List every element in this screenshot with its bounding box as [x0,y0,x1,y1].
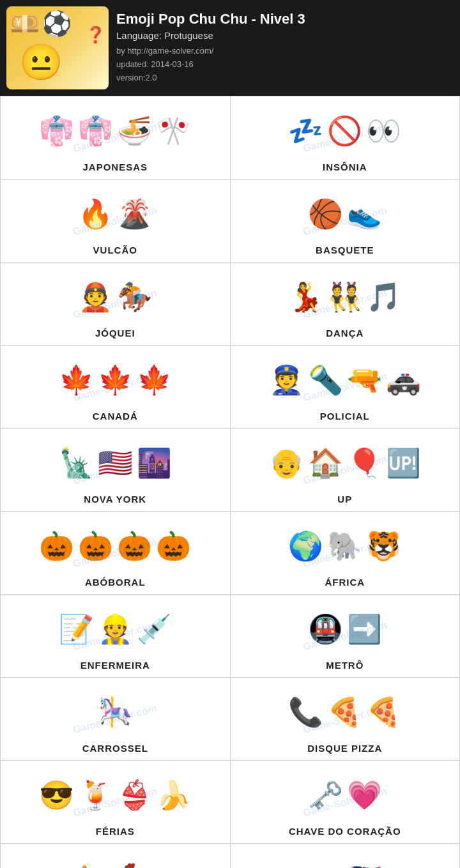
emoji-icon: 🗝️ [308,781,343,809]
cell-label-ferias: FÉRIAS [96,826,135,837]
cell-label-vulcao: VULCÃO [93,245,137,255]
emoji-icon: 🐓 [117,864,152,868]
cell-emojis-chave-do-coracao: 🗝️💗 [236,770,455,821]
emoji-icon: 🎠 [98,698,133,726]
cell-label-metro: METRÔ [326,660,364,671]
emoji-icon: 👀 [366,117,401,145]
cell-label-canada: CANADÁ [93,411,138,422]
cell-emojis-ferias: 😎🍹👙🍌 [6,770,225,821]
cell-label-danca: DANÇA [326,328,364,339]
puzzle-cell-ferias: 😎🍹👙🍌FÉRIAS [1,761,231,844]
emoji-icon: 🏀 [308,200,343,228]
header-info: Emoji Pop Chu Chu - Nivel 3 Language: Pr… [116,11,305,84]
emoji-icon: 👙 [117,781,152,809]
emoji-icon: 👘 [39,117,74,145]
app-title: Emoji Pop Chu Chu - Nivel 3 [116,11,305,27]
puzzle-cell-carrossel: 🎠CARROSSEL [1,678,231,761]
app-updated: updated: 2014-03-16 [116,59,194,69]
cell-emojis-policial: 👮🔦🔫🚓 [236,354,455,406]
cell-label-aboboral: ABÓBORAL [85,577,146,588]
emoji-icon: 🔫 [347,366,382,394]
app-version: version:2.0 [116,73,157,82]
cell-emojis-africa: 🌍🐘🐯 [236,521,455,572]
emoji-icon: 🚓 [386,366,421,394]
emoji-icon: 💤 [288,117,323,145]
puzzle-cell-leite-de-galinha: 🍾🐓LEITE DE GALINHA [1,844,231,868]
emoji-icon: 🌋 [117,200,152,228]
emoji-icon: 🍾 [78,864,113,868]
emoji-icon: 🚇 [308,615,343,643]
puzzle-cell-aboboral: 🎃🎃🎃🎃ABÓBORAL [1,512,231,595]
puzzle-cell-vulcao: 🔥🌋VULCÃO [1,179,231,263]
emoji-icon: 💉 [137,615,172,643]
emoji-icon: 🇬🇧 [347,864,382,868]
emoji-icon: 🍁 [137,366,172,394]
emoji-icon: 🚫 [327,117,362,145]
puzzle-cell-basquete: 🏀👟BASQUETE [231,179,461,263]
puzzle-cell-joquei: 👲🏇JÓQUEI [1,263,231,346]
puzzle-cell-nova-york: 🗽🇺🇸🌆NOVA YORK [1,429,231,512]
emoji-icon: 🌆 [137,449,172,477]
puzzle-cell-disque-pizza: 📞🍕🍕DISQUE PIZZA [231,678,461,761]
puzzle-cell-up: 👴🏠🎈🆙UP [231,429,461,512]
puzzle-cell-japonesas: 👘👘🍜🎌JAPONESAS [1,96,231,179]
puzzle-cell-libra: 💷🇬🇧LIBRA [231,844,461,868]
emoji-icon: 🌍 [288,532,323,560]
emoji-icon: 📝 [59,615,94,643]
emoji-icon: 🎌 [156,117,191,145]
emoji-icon: 🔦 [308,366,343,394]
cell-emojis-vulcao: 🔥🌋 [6,188,225,240]
cell-emojis-japonesas: 👘👘🍜🎌 [6,105,225,156]
emoji-icon: 😎 [39,781,74,809]
cell-label-nova-york: NOVA YORK [84,494,146,505]
emoji-icon: 🗽 [59,449,94,477]
emoji-icon: 💃 [288,283,323,311]
emoji-icon: 🎃 [78,532,113,560]
cell-emojis-aboboral: 🎃🎃🎃🎃 [6,521,225,572]
app-by: by http://game-solver.com/ [116,46,213,56]
cell-emojis-joquei: 👲🏇 [6,271,225,323]
emoji-icon: 🐯 [366,532,401,560]
puzzle-cell-danca: 💃👯🎵DANÇA [231,263,461,346]
emoji-icon: 💗 [347,781,382,809]
emoji-icon: 🐘 [327,532,362,560]
cell-label-carrossel: CARROSSEL [82,743,148,754]
emoji-icon: 🍁 [59,366,94,394]
emoji-icon: 👮 [269,366,304,394]
emoji-icon: 👴 [269,449,304,477]
cell-emojis-enfermeira: 📝👷💉 [6,604,225,655]
emoji-icon: 🎃 [117,532,152,560]
cell-label-joquei: JÓQUEI [95,328,135,339]
app-language: Language: Protuguese [116,30,305,41]
app-logo: 💴 ⚽ 😐 ❓ [6,6,109,89]
emoji-icon: ➡️ [347,615,382,643]
cell-label-up: UP [337,494,352,505]
emoji-icon: 🆙 [386,449,421,477]
emoji-icon: 👟 [347,200,382,228]
emoji-icon: 🏇 [117,283,152,311]
emoji-icon: 👷 [98,615,133,643]
emoji-icon: 🍕 [327,698,362,726]
cell-emojis-libra: 💷🇬🇧 [236,853,455,868]
emoji-icon: 🎃 [39,532,74,560]
puzzle-cell-africa: 🌍🐘🐯ÁFRICA [231,512,461,595]
cell-emojis-basquete: 🏀👟 [236,188,455,240]
cell-emojis-metro: 🚇➡️ [236,604,455,655]
cell-emojis-disque-pizza: 📞🍕🍕 [236,687,455,738]
emoji-icon: 🏠 [308,449,343,477]
emoji-icon: 🎵 [366,283,401,311]
cell-label-chave-do-coracao: CHAVE DO CORAÇÃO [289,826,401,837]
puzzle-cell-canada: 🍁🍁🍁CANADÁ [1,346,231,429]
emoji-icon: 📞 [288,698,323,726]
cell-emojis-insonia: 💤🚫👀 [236,105,455,156]
puzzle-cell-insonia: 💤🚫👀INSÔNIA [231,96,461,179]
emoji-icon: 🍜 [117,117,152,145]
puzzle-cell-policial: 👮🔦🔫🚓POLICIAL [231,346,461,429]
emoji-icon: 👘 [78,117,113,145]
app-meta: by http://game-solver.com/ updated: 2014… [116,45,305,84]
emoji-icon: 👲 [78,283,113,311]
emoji-icon: 🎈 [347,449,382,477]
emoji-icon: 💷 [308,864,343,868]
cell-label-disque-pizza: DISQUE PIZZA [307,743,382,754]
cell-emojis-danca: 💃👯🎵 [236,271,455,323]
